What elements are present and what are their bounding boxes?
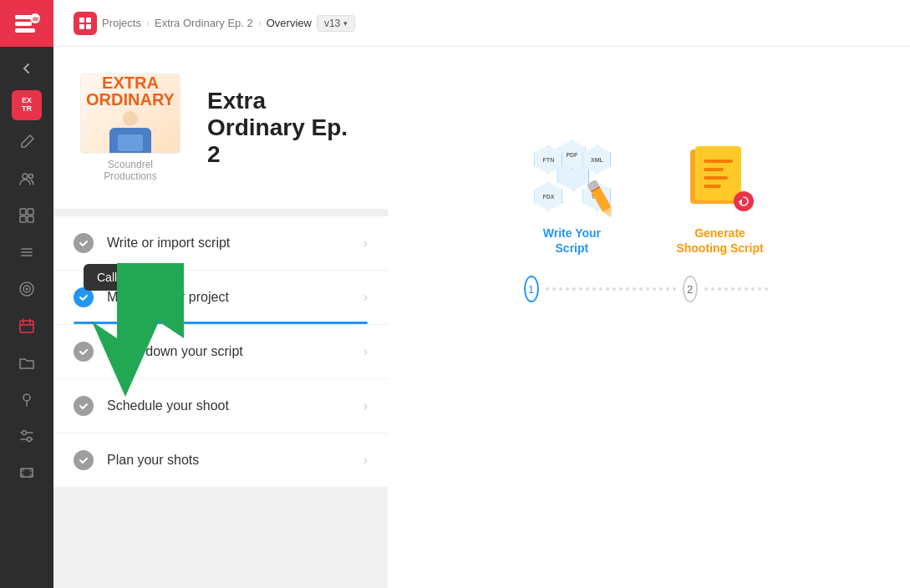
svg-point-24: [23, 431, 27, 435]
workflow-item-generate[interactable]: GenerateShooting Script: [676, 140, 763, 256]
breadcrumb-episode[interactable]: Extra Ordinary Ep. 2: [155, 17, 253, 29]
svg-rect-30: [30, 474, 33, 477]
dot: [639, 287, 643, 291]
version-dropdown[interactable]: v13 ▾: [317, 15, 355, 32]
dot: [592, 287, 596, 291]
dot: [586, 287, 589, 291]
sidebar-item-pin[interactable]: [0, 381, 53, 418]
svg-rect-17: [20, 321, 33, 332]
svg-rect-31: [79, 18, 84, 23]
project-poster: EXTRA ORDINARY Scoundrel Productions: [80, 74, 180, 182]
dot: [559, 287, 562, 291]
version-chevron: ▾: [343, 19, 348, 28]
step-arrow-breakdown: ›: [363, 344, 368, 359]
svg-rect-8: [28, 209, 33, 215]
step-arrow-schedule: ›: [363, 398, 368, 413]
dot: [704, 287, 708, 291]
step-arrow-manage: ›: [363, 290, 368, 305]
doc-line-4: [704, 185, 721, 188]
step-plan-shots[interactable]: Plan your shots ›: [53, 433, 388, 488]
project-avatar[interactable]: EXTR: [12, 90, 42, 120]
step-dots-1: [539, 287, 683, 291]
content-area: EXTRA ORDINARY Scoundrel Productions: [53, 47, 910, 588]
dot: [738, 287, 741, 291]
dot: [765, 287, 768, 291]
sidebar-item-boards[interactable]: [0, 197, 53, 234]
project-info: Extra Ordinary Ep. 2: [207, 88, 361, 168]
step-check-write: [74, 233, 94, 253]
step-check-breakdown: [74, 342, 94, 362]
step-progress-bar: [74, 322, 368, 324]
svg-rect-29: [30, 469, 33, 471]
dot: [626, 287, 629, 291]
dot: [546, 287, 549, 291]
workflow-icons: PDF FTN XML FDX TXT: [534, 140, 763, 256]
right-panel: PDF FTN XML FDX TXT: [388, 47, 910, 588]
sidebar-item-filmstrip[interactable]: [0, 454, 53, 491]
dot: [653, 287, 656, 291]
workflow-label-write: Write YourScript: [543, 226, 601, 256]
dot: [751, 287, 755, 291]
step-breakdown[interactable]: Break down your script ›: [53, 325, 388, 379]
sidebar-item-target[interactable]: [0, 271, 53, 307]
dot: [579, 287, 582, 291]
call-sheets-tooltip: Call Sheets: [84, 264, 170, 291]
sidebar-item-sliders[interactable]: [0, 418, 53, 454]
generate-script-icon-area: [683, 140, 758, 215]
poster-image: EXTRA ORDINARY: [80, 74, 180, 154]
svg-rect-33: [79, 24, 84, 29]
breadcrumb-projects-icon[interactable]: [74, 12, 97, 35]
sidebar-item-list[interactable]: [0, 234, 53, 271]
step-schedule[interactable]: Schedule your shoot ›: [53, 379, 388, 433]
svg-rect-28: [21, 474, 23, 477]
doc-line-2: [704, 168, 724, 171]
steps-list: Write or import script › Manage your pro…: [53, 216, 388, 488]
project-title: Extra Ordinary Ep. 2: [207, 88, 361, 168]
left-panel: EXTRA ORDINARY Scoundrel Productions: [53, 47, 388, 588]
breadcrumb: Projects › Extra Ordinary Ep. 2 › Overvi…: [74, 12, 355, 35]
dot: [633, 287, 636, 291]
breadcrumb-projects[interactable]: Projects: [102, 17, 141, 29]
step-label-manage-container: Manage your project: [107, 290, 363, 305]
dot: [566, 287, 569, 291]
step-label-write: Write or import script: [107, 236, 230, 251]
sidebar-item-pen[interactable]: [0, 124, 53, 160]
write-script-icon-area: PDF FTN XML FDX TXT: [534, 140, 609, 215]
sidebar-item-people[interactable]: [0, 160, 53, 197]
generate-script-visual: [687, 144, 754, 211]
pencil-svg: [584, 178, 618, 220]
svg-rect-26: [21, 469, 33, 477]
svg-rect-2: [15, 28, 35, 33]
breadcrumb-current: Overview: [267, 17, 312, 29]
dot: [619, 287, 623, 291]
main-area: Projects › Extra Ordinary Ep. 2 › Overvi…: [53, 0, 910, 588]
dot: [613, 287, 616, 291]
breadcrumb-sep1: ›: [146, 18, 150, 29]
sidebar-item-folder[interactable]: [0, 344, 53, 381]
tooltip-label: Call Sheets: [97, 271, 157, 284]
back-button[interactable]: [0, 50, 53, 87]
svg-point-21: [23, 394, 30, 401]
dot: [745, 287, 748, 291]
step-label-plan: Plan your shots: [107, 453, 199, 468]
app-logo[interactable]: ✉: [0, 0, 53, 47]
workflow-item-write[interactable]: PDF FTN XML FDX TXT: [534, 140, 609, 256]
poster-title-line2: ORDINARY: [86, 91, 175, 108]
step-check-plan: [74, 450, 94, 470]
refresh-badge: [734, 191, 754, 211]
dot: [659, 287, 663, 291]
step-arrow-plan: ›: [363, 453, 368, 468]
svg-point-5: [23, 174, 28, 179]
sidebar-item-calendar[interactable]: [0, 307, 53, 344]
step-write-script[interactable]: Write or import script ›: [53, 216, 388, 271]
svg-rect-32: [86, 18, 91, 23]
write-script-visual: PDF FTN XML FDX TXT: [534, 140, 609, 215]
step-manage-project[interactable]: Manage your project › Call Sheets: [53, 271, 388, 325]
step-label-manage: Manage your project: [107, 290, 363, 305]
project-company: Scoundrel Productions: [80, 159, 180, 182]
step-num-2: 2: [683, 276, 698, 302]
dot: [599, 287, 602, 291]
step-label-breakdown: Break down your script: [107, 344, 243, 359]
svg-rect-27: [21, 469, 23, 471]
dot: [758, 287, 761, 291]
